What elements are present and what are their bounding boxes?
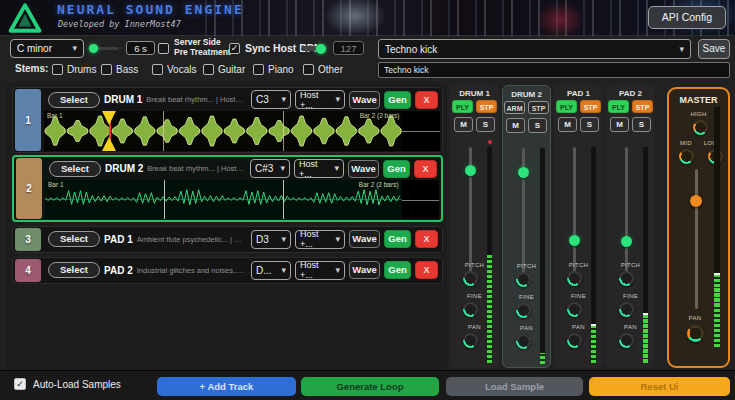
select-button[interactable]: Select [49,161,101,177]
select-button[interactable]: Select [48,231,100,247]
select-button[interactable]: Select [48,92,100,108]
generate-button[interactable]: Gen [384,261,411,279]
piano-checkbox[interactable] [253,64,264,75]
volume-slider-handle[interactable] [569,235,580,246]
fine-knob[interactable] [516,303,531,318]
drums-checkbox[interactable] [52,64,63,75]
arm-button[interactable]: ARM [504,101,525,114]
pitch-knob[interactable] [463,271,478,286]
vocals-checkbox[interactable] [152,64,163,75]
generate-button[interactable]: Gen [383,160,410,178]
fine-knob[interactable] [619,302,634,317]
pan-knob[interactable] [567,333,582,348]
generate-loop-button[interactable]: Generate Loop [301,377,439,396]
volume-slider-handle[interactable] [465,165,476,176]
mixer-strip-pad2: PAD 2 PLY STP M S PITCH FINE PAN [606,85,655,368]
add-track-button[interactable]: + Add Track [157,377,296,396]
master-volume-handle[interactable] [690,195,702,207]
master-volume-slider[interactable] [695,169,698,309]
note-select[interactable]: C#3 ▾ [250,159,290,178]
server-side-checkbox[interactable] [158,43,169,54]
master-pan-knob[interactable] [687,325,704,342]
host-select[interactable]: Host +... ▾ [295,230,345,249]
preset-select[interactable]: Techno kick ▾ [378,39,691,59]
save-button[interactable]: Save [698,39,730,59]
note-select[interactable]: D... ▾ [251,261,291,280]
pitch-knob[interactable] [567,271,582,286]
volume-slider-handle[interactable] [518,167,529,178]
wave-button[interactable]: Wave [348,160,379,178]
play-button[interactable]: PLY [608,100,629,113]
eq-mid-knob[interactable] [679,149,694,164]
fine-label: FINE [503,294,550,300]
fine-knob[interactable] [463,302,478,317]
loop-marker-bottom [102,137,116,151]
stop-button[interactable]: STP [528,101,549,114]
generate-button[interactable]: Gen [384,91,411,109]
pitch-knob[interactable] [516,272,531,287]
delete-track-button[interactable]: X [414,160,437,178]
wave-button[interactable]: Wave [349,261,380,279]
bpm-sync-slider[interactable] [301,46,323,51]
other-checkbox[interactable] [303,64,314,75]
fine-knob[interactable] [567,302,582,317]
delete-track-button[interactable]: X [415,261,438,279]
api-config-button[interactable]: API Config [648,6,726,29]
preset-name-input[interactable] [378,62,730,78]
volume-slider-handle[interactable] [621,236,632,247]
solo-button[interactable]: S [528,118,547,133]
reset-ui-button[interactable]: Reset Ui [589,377,730,396]
select-button[interactable]: Select [48,262,100,278]
duration-slider[interactable] [92,47,119,50]
duration-slider-handle[interactable] [89,44,98,53]
pitch-label: PITCH [606,262,655,268]
eq-high-knob[interactable] [693,120,708,135]
guitar-checkbox[interactable] [203,64,214,75]
host-select[interactable]: Host +... ▾ [295,90,345,109]
bpm-sync-slider-handle[interactable] [316,44,326,54]
delete-track-button[interactable]: X [415,91,438,109]
loop-marker[interactable] [102,111,117,151]
wave-button[interactable]: Wave [349,230,380,248]
pan-knob[interactable] [463,333,478,348]
mute-button[interactable]: M [610,117,629,132]
key-select[interactable]: C minor ▾ [10,39,84,58]
track-number-tab[interactable]: 2 [16,158,42,219]
pitch-knob[interactable] [619,271,634,286]
pan-knob[interactable] [516,334,531,349]
mute-button[interactable]: M [454,117,473,132]
track-number-tab[interactable]: 4 [15,259,41,282]
solo-button[interactable]: S [580,117,599,132]
sync-host-bpm-checkbox[interactable]: ✓ [229,43,240,54]
mute-button[interactable]: M [558,117,577,132]
mute-button[interactable]: M [506,118,525,133]
waveform-display[interactable]: Bar 1 Bar 2 (2 bars) [44,111,440,151]
host-select[interactable]: Host +... ▾ [294,159,344,178]
solo-button[interactable]: S [476,117,495,132]
solo-button[interactable]: S [632,117,651,132]
track-number-tab[interactable]: 3 [15,228,41,251]
note-select[interactable]: D3 ▾ [251,230,291,249]
bass-checkbox[interactable] [101,64,112,75]
load-sample-button[interactable]: Load Sample [446,377,583,396]
loop-marker-top [102,111,116,125]
wave-button[interactable]: Wave [349,91,380,109]
bar-start-label: Bar 1 [48,181,64,188]
duration-input[interactable] [126,41,155,55]
bpm-input[interactable] [333,41,364,55]
generate-button[interactable]: Gen [384,230,411,248]
stop-button[interactable]: STP [580,100,601,113]
delete-track-button[interactable]: X [415,230,438,248]
host-select[interactable]: Host +... ▾ [295,261,345,280]
pitch-label: PITCH [450,262,499,268]
fine-label: FINE [554,293,603,299]
stop-button[interactable]: STP [476,100,497,113]
stop-button[interactable]: STP [632,100,653,113]
play-button[interactable]: PLY [556,100,577,113]
play-button[interactable]: PLY [452,100,473,113]
track-number-tab[interactable]: 1 [15,89,41,151]
pan-knob[interactable] [619,333,634,348]
waveform-display[interactable]: Bar 1 Bar 2 (2 bars) [45,180,439,219]
note-select[interactable]: C3 ▾ [251,90,291,109]
auto-load-checkbox[interactable]: ✓ [14,378,26,390]
